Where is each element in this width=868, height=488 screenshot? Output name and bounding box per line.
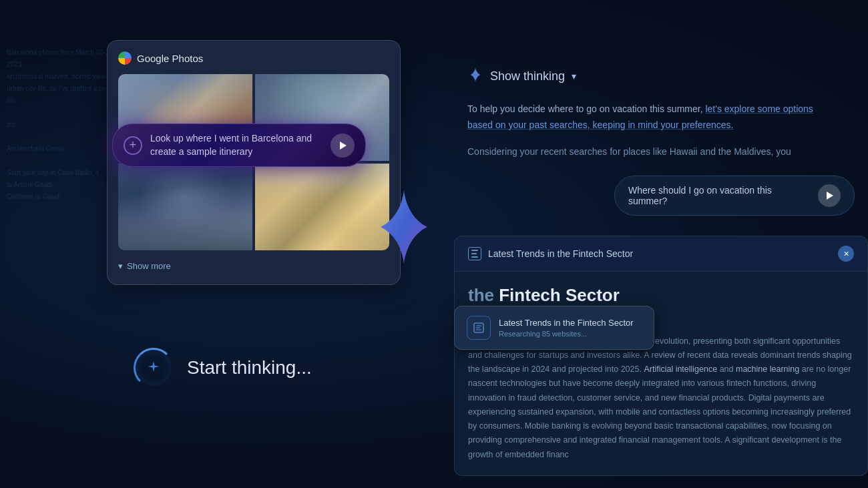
photo-cell-3[interactable] [255,164,389,250]
ai-response-text: To help you decide where to go on vacati… [454,101,841,134]
fintech-title-large: the Fintech Sector [468,285,854,306]
research-subtitle: Researching 85 websites... [499,330,634,338]
fintech-article-card: Latest Trends in the Fintech Sector ✕ th… [454,236,868,475]
fintech-header-title: Latest Trends in the Fintech Sector [488,248,831,259]
article-line-2 [471,253,477,254]
vacation-input-row: Where should I go on vacation this summe… [454,176,868,216]
research-title: Latest Trends in the Fintech Sector [499,318,634,328]
article-lines-icon [471,250,478,258]
show-thinking-chevron: ▾ [572,71,576,81]
card-header: Google Photos [118,51,389,65]
vacation-input-box[interactable]: Where should I go on vacation this summe… [614,176,855,216]
article-icon [468,247,481,260]
start-thinking-label: Start thinking... [187,357,312,379]
send-arrow-icon [340,142,347,150]
plus-icon: + [130,138,137,152]
show-thinking-bar[interactable]: Show thinking ▾ [454,67,868,85]
thinking-star-icon [147,360,160,376]
fintech-card-header: Latest Trends in the Fintech Sector ✕ [455,236,867,272]
fintech-title-main: Fintech Sector [499,285,620,305]
show-more-label: Show more [127,261,171,271]
article-line-3 [471,256,478,258]
article-line-1 [471,250,478,251]
google-photos-icon [118,51,132,65]
fintech-close-button[interactable]: ✕ [838,246,854,262]
ai-response-continued-text: Considering your recent searches for pla… [467,146,791,157]
prompt-plus-button[interactable]: + [124,136,142,155]
fintech-body-text: The financial technology sector continue… [468,334,854,462]
show-more-row[interactable]: ▾ Show more [118,258,389,274]
show-thinking-text: Show thinking [490,69,565,83]
research-icon [467,316,491,340]
card-title: Google Photos [137,53,203,64]
thinking-icon [134,348,174,388]
term-ai: Artificial intelligence [644,364,717,374]
photo-cell-2[interactable] [118,164,252,250]
research-info: Latest Trends in the Fintech Sector Rese… [499,318,634,338]
fintech-title-text: the [468,285,499,305]
close-x-icon: ✕ [843,250,849,258]
start-thinking-section: Start thinking... [134,348,312,388]
ai-response-continued: Considering your recent searches for pla… [454,144,868,160]
vacation-input-text: Where should I go on vacation this summe… [628,185,809,206]
show-more-chevron: ▾ [118,261,123,271]
right-panel: Show thinking ▾ To help you decide where… [454,53,868,488]
center-gemini-star [374,187,434,270]
prompt-bar: + Look up where I went in Barcelona and … [112,124,366,167]
vacation-send-button[interactable] [818,184,841,207]
thinking-sparkle-icon [467,67,483,85]
fintech-card-body: the Fintech Sector Executive Summary: Th… [455,272,867,475]
prompt-send-button[interactable] [331,134,355,158]
prompt-text: Look up where I went in Barcelona and cr… [150,132,322,158]
term-ml: machine learning [736,364,799,374]
vacation-send-arrow-icon [827,192,833,200]
researching-badge: Latest Trends in the Fintech Sector Rese… [454,306,654,350]
ai-response-prefix: To help you decide where to go on vacati… [467,103,705,114]
